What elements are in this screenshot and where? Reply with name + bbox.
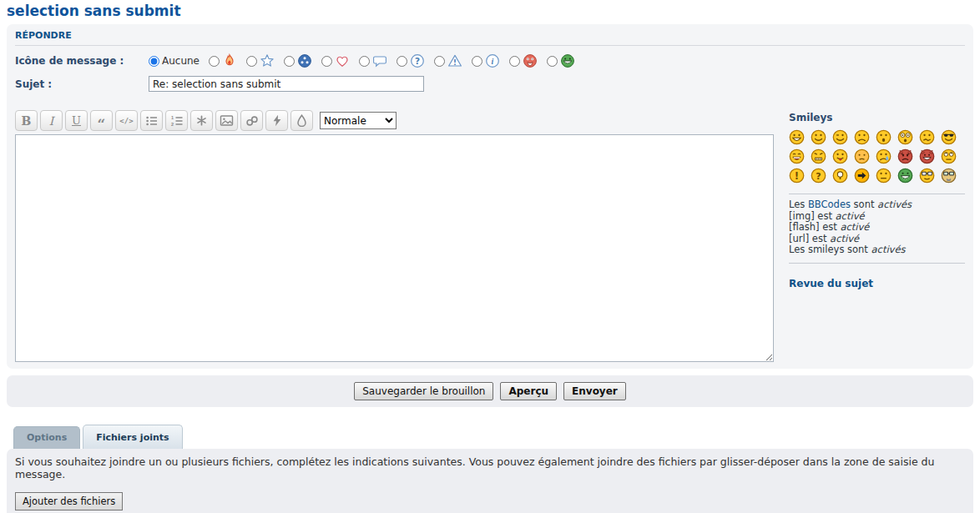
message-icon-option-heart[interactable]: [321, 53, 350, 68]
smiley-cry-icon[interactable]: [876, 148, 892, 164]
message-icon-radio-none[interactable]: [149, 56, 159, 67]
smiley-rolleyes-icon[interactable]: [941, 148, 957, 164]
smiley-ugeek-icon[interactable]: [941, 168, 957, 184]
message-icon-radio-info[interactable]: [472, 56, 482, 67]
smiley-idea-icon[interactable]: [832, 168, 848, 184]
divider: [789, 263, 965, 264]
message-icon-none-label: Aucune: [162, 55, 200, 67]
status-value: activé: [830, 233, 859, 244]
message-icon-option-fire[interactable]: [209, 53, 237, 68]
smiley-twisted-icon[interactable]: [919, 148, 935, 164]
code-button[interactable]: </>: [115, 110, 138, 131]
bbcode-status-line: [url] est activé: [789, 234, 965, 245]
smiley-wink-icon[interactable]: [832, 129, 848, 145]
status-value: activé: [836, 210, 865, 222]
message-icon-option-bubble[interactable]: [359, 53, 387, 68]
flash-button[interactable]: [265, 110, 288, 131]
status-value: activé: [840, 221, 869, 233]
bbcode-status-line: Les smileys sont activés: [789, 244, 965, 256]
message-icon-option-star[interactable]: [246, 53, 275, 68]
quote-button[interactable]: “: [90, 110, 113, 131]
dots-icon: [297, 53, 312, 68]
reply-panel: RÉPONDRE Icône de message : Aucune?!i Su…: [7, 24, 973, 369]
warning-icon: !: [447, 53, 462, 68]
smiley-mad-icon[interactable]: [811, 148, 826, 164]
heart-icon: [335, 53, 350, 68]
divider: [789, 194, 965, 194]
smiley-question-icon[interactable]: ?: [811, 168, 826, 184]
smiley-razz-icon[interactable]: [832, 148, 848, 164]
svg-text:?: ?: [816, 171, 821, 182]
smiley-surprised-icon[interactable]: [876, 129, 892, 145]
smiley-eek-icon[interactable]: [897, 129, 913, 145]
color-button[interactable]: [290, 110, 313, 131]
bbcode-status-line: [flash] est activé: [789, 222, 965, 234]
italic-button[interactable]: I: [40, 110, 63, 131]
list-bullet-button[interactable]: [140, 110, 163, 131]
smiley-smile-icon[interactable]: [811, 129, 826, 145]
bbcode-toolbar: BIU“</>12 Normale: [15, 110, 774, 131]
message-textarea[interactable]: [15, 134, 774, 362]
message-icon-radio-mrgreen[interactable]: [547, 56, 558, 67]
subject-label: Sujet :: [15, 78, 149, 90]
message-icon-option-mrgreen[interactable]: [547, 53, 575, 68]
link-button[interactable]: [240, 110, 263, 131]
save-draft-button[interactable]: Sauvegarder le brouillon: [354, 382, 493, 400]
message-icon-radio-heart[interactable]: [321, 56, 332, 67]
attachments-hint: Si vous souhaitez joindre un ou plusieur…: [15, 455, 965, 480]
smiley-confused-icon[interactable]: [919, 129, 935, 145]
smiley-exclaim-icon[interactable]: !: [789, 168, 805, 184]
smiley-mrgreen-icon[interactable]: [897, 168, 913, 184]
image-button[interactable]: [215, 110, 238, 131]
status-value: activés: [871, 244, 906, 255]
subject-input[interactable]: [149, 76, 424, 92]
smiley-geek-icon[interactable]: [919, 168, 935, 184]
smiley-arrow-icon[interactable]: [854, 168, 870, 184]
tab-options[interactable]: Options: [13, 426, 80, 449]
submit-button[interactable]: Envoyer: [563, 382, 626, 400]
message-icon-radio-star[interactable]: [246, 56, 257, 67]
smiley-evil-icon[interactable]: [897, 148, 913, 164]
message-icon-option-warning[interactable]: !: [434, 53, 462, 68]
italic-icon: I: [49, 114, 54, 128]
list-ordered-button[interactable]: 12: [165, 110, 188, 131]
bbcode-status-line: [img] est activé: [789, 211, 965, 223]
message-icon-option-none[interactable]: Aucune: [149, 55, 200, 67]
smiley-neutral-icon[interactable]: [876, 168, 892, 184]
message-icon-radio-question[interactable]: [397, 56, 407, 67]
message-icon-radio-razz[interactable]: [509, 56, 520, 67]
smiley-lol-icon[interactable]: [789, 148, 805, 164]
reply-panel-header: RÉPONDRE: [15, 24, 965, 46]
message-icon-option-question[interactable]: ?: [397, 53, 425, 68]
smiley-cool-icon[interactable]: [941, 129, 957, 145]
underline-button[interactable]: U: [65, 110, 88, 131]
message-icon-radio-bubble[interactable]: [359, 56, 370, 67]
message-icon-option-dots[interactable]: [284, 53, 312, 68]
bold-button[interactable]: B: [15, 110, 38, 131]
topic-review-link[interactable]: Revue du sujet: [789, 278, 873, 289]
tab-fichiers-joints[interactable]: Fichiers joints: [83, 425, 182, 449]
svg-text:i: i: [492, 57, 494, 66]
message-icon-option-info[interactable]: i: [472, 53, 500, 68]
message-icon-radio-warning[interactable]: [434, 56, 445, 67]
quote-icon: “: [98, 114, 106, 128]
bbcode-status-lines: Les BBCodes sont activés[img] est activé…: [789, 199, 965, 256]
message-icon-radio-dots[interactable]: [284, 56, 295, 67]
font-size-select[interactable]: Normale: [320, 112, 397, 129]
svg-text:1: 1: [171, 115, 174, 120]
svg-text:!: !: [795, 170, 799, 182]
code-icon: </>: [119, 117, 133, 125]
list-item-button[interactable]: [190, 110, 213, 131]
bbcodes-link[interactable]: BBCodes: [808, 199, 851, 210]
smiley-embarrassed-icon[interactable]: [854, 148, 870, 164]
razz-icon: [523, 53, 538, 68]
status-text: sont: [851, 199, 877, 210]
toolbar-buttons-holder: BIU“</>12: [15, 110, 313, 131]
smiley-sad-icon[interactable]: [854, 129, 870, 145]
message-icon-option-razz[interactable]: [509, 53, 538, 68]
smiley-very-happy-icon[interactable]: [789, 129, 805, 145]
message-icon-row: Icône de message : Aucune?!i: [15, 53, 965, 68]
preview-button[interactable]: Aperçu: [500, 382, 557, 400]
message-icon-radio-fire[interactable]: [209, 56, 220, 67]
add-files-button[interactable]: Ajouter des fichiers: [15, 492, 123, 510]
